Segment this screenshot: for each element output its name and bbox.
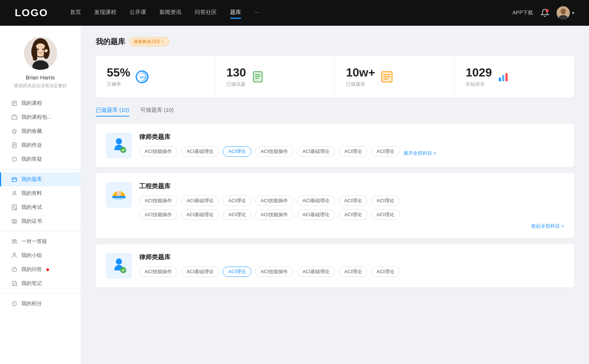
stats-row: 55% 正确率 55% 130 已做试题 (96, 56, 574, 98)
tag[interactable]: ACI技能操作 (139, 146, 177, 157)
user-menu-chevron-icon: ▾ (572, 10, 574, 15)
sidebar-item-label: 一对一答疑 (21, 238, 47, 245)
tag[interactable]: ACI基础理论 (297, 146, 335, 157)
sidebar-item-my-questions[interactable]: ? 我的问答 (0, 263, 81, 276)
svg-rect-66 (112, 196, 126, 198)
tag[interactable]: ACI理论 (223, 210, 251, 220)
sidebar-item-my-group[interactable]: 我的小组 (0, 249, 81, 263)
tag[interactable]: ACI基础理论 (297, 210, 335, 220)
tag[interactable]: ACI技能操作 (255, 210, 293, 220)
header-avatar (557, 6, 570, 19)
main-layout: Brian Harris 错误的决定比没有决定要好 我的课程 我的课程包... … (0, 26, 589, 364)
svg-point-0 (546, 9, 549, 12)
qb-card-lawyer: 律师类题库 ACI技能操作 ACI基础理论 ACI理论 ACI技能操作 ACI基… (96, 124, 574, 167)
tag[interactable]: ACI理论 (339, 210, 367, 220)
nav-bank[interactable]: 题库 (230, 9, 241, 17)
expand-button-lawyer[interactable]: 展开全部科目 > (403, 150, 436, 157)
tag[interactable]: ACI基础理论 (181, 210, 219, 220)
sidebar-item-label: 我的积分 (21, 300, 42, 307)
lawyer-bank-icon-2 (106, 253, 132, 279)
svg-rect-60 (499, 78, 501, 81)
sidebar-item-my-qa[interactable]: ? 我的答疑 (0, 152, 81, 166)
star-icon (11, 128, 18, 135)
sidebar-item-label: 我的作业 (21, 142, 42, 149)
sidebar-item-one-on-one[interactable]: 一对一答疑 (0, 235, 81, 249)
nav-more[interactable]: ··· (254, 9, 259, 17)
tag[interactable]: ACI技能操作 (139, 196, 177, 206)
nav-open-course[interactable]: 公开课 (130, 9, 146, 17)
package-icon (11, 114, 18, 121)
svg-marker-21 (12, 129, 17, 133)
tag[interactable]: ACI基础理论 (297, 196, 335, 206)
notification-bell-icon[interactable] (540, 8, 549, 17)
collapse-btn-engineer: 收起全部科目 > (106, 223, 564, 229)
tag[interactable]: ACI理论 (371, 146, 400, 157)
note-icon (11, 280, 18, 287)
sidebar-item-my-cert[interactable]: 我的证书 (0, 214, 81, 228)
svg-point-69 (120, 267, 126, 273)
sidebar-item-my-bank[interactable]: 我的题库 (0, 172, 81, 186)
tag[interactable]: ACI技能操作 (139, 210, 177, 220)
sidebar-item-my-profile[interactable]: 我的资料 (0, 186, 81, 200)
tags-row-engineer-1: ACI技能操作 ACI基础理论 ACI理论 ACI技能操作 ACI基础理论 AC… (139, 196, 564, 206)
svg-text:55%: 55% (140, 76, 146, 79)
sidebar-item-label: 我的资料 (21, 190, 42, 197)
nav-home[interactable]: 首页 (70, 9, 81, 17)
svg-rect-28 (12, 178, 17, 182)
tab-done-banks[interactable]: 已做题库 (10) (96, 107, 129, 117)
qb-card-lawyer-2: 律师类题库 ACI技能操作 ACI基础理论 ACI理论 ACI技能操作 ACI基… (96, 244, 574, 288)
done-b-value: 10w+ (346, 66, 375, 79)
sidebar-item-my-course[interactable]: 我的课程 (0, 96, 81, 110)
done-q-label: 已做试题 (226, 81, 246, 88)
trial-badge: 体验剩余23天！ (130, 37, 169, 46)
tag[interactable]: ACI理论 (223, 146, 251, 157)
done-b-label: 已做题库 (346, 81, 375, 88)
tag[interactable]: ACI技能操作 (255, 146, 293, 157)
accuracy-label: 正确率 (107, 81, 130, 88)
user-avatar-button[interactable]: ▾ (557, 6, 574, 19)
tag[interactable]: ACI理论 (339, 146, 367, 157)
tags-row-lawyer: ACI技能操作 ACI基础理论 ACI理论 ACI技能操作 ACI基础理论 AC… (139, 146, 564, 157)
sidebar-item-label: 我的题库 (21, 176, 42, 183)
sidebar-item-my-points[interactable]: 我的积分 (0, 297, 81, 311)
tag[interactable]: ACI技能操作 (255, 267, 293, 277)
svg-point-37 (14, 220, 15, 222)
app-download-button[interactable]: APP下载 (512, 10, 533, 16)
sidebar-item-my-favorites[interactable]: 我的收藏 (0, 124, 81, 138)
svg-point-63 (116, 138, 122, 144)
tag[interactable]: ACI理论 (223, 267, 251, 277)
main-nav: 首页 发现课程 公开课 新闻资讯 问答社区 题库 ··· (70, 9, 512, 17)
tags-row-engineer-2: ACI技能操作 ACI基础理论 ACI理论 ACI技能操作 ACI基础理论 AC… (139, 210, 564, 220)
lawyer-bank-icon (106, 133, 132, 158)
list-icon (380, 70, 394, 83)
nav-news[interactable]: 新闻资讯 (159, 9, 181, 17)
sidebar-item-my-notes[interactable]: 我的笔记 (0, 276, 81, 290)
tab-available-banks[interactable]: 可做题库 (10) (140, 107, 174, 117)
nav-discover[interactable]: 发现课程 (94, 9, 116, 17)
collapse-button-engineer[interactable]: 收起全部科目 > (531, 223, 564, 229)
svg-point-39 (13, 240, 14, 242)
tag[interactable]: ACI基础理论 (181, 196, 219, 206)
tag[interactable]: ACI理论 (339, 196, 367, 206)
tag[interactable]: ACI理论 (371, 210, 400, 220)
sidebar-item-my-exam[interactable]: 我的考试 (0, 200, 81, 214)
done-q-value: 130 (226, 66, 246, 79)
main-content: 我的题库 体验剩余23天！ 55% 正确率 55% (81, 26, 589, 364)
points-icon (11, 300, 18, 307)
sidebar-item-label: 我的问答 (21, 266, 42, 273)
tag[interactable]: ACI技能操作 (255, 196, 293, 206)
tag[interactable]: ACI理论 (223, 196, 251, 206)
tag[interactable]: ACI理论 (371, 196, 400, 206)
svg-point-12 (37, 49, 39, 50)
nav-qa[interactable]: 问答社区 (195, 9, 217, 17)
sidebar-item-my-homework[interactable]: 我的作业 (0, 138, 81, 152)
tag[interactable]: ACI基础理论 (181, 146, 219, 157)
sidebar-item-my-package[interactable]: 我的课程包... (0, 110, 81, 124)
tag[interactable]: ACI理论 (339, 267, 367, 277)
tag[interactable]: ACI基础理论 (181, 267, 219, 277)
course-icon (11, 100, 18, 107)
tag[interactable]: ACI技能操作 (139, 267, 177, 277)
svg-point-67 (116, 191, 121, 196)
tag[interactable]: ACI基础理论 (297, 267, 335, 277)
tag[interactable]: ACI理论 (371, 267, 400, 277)
